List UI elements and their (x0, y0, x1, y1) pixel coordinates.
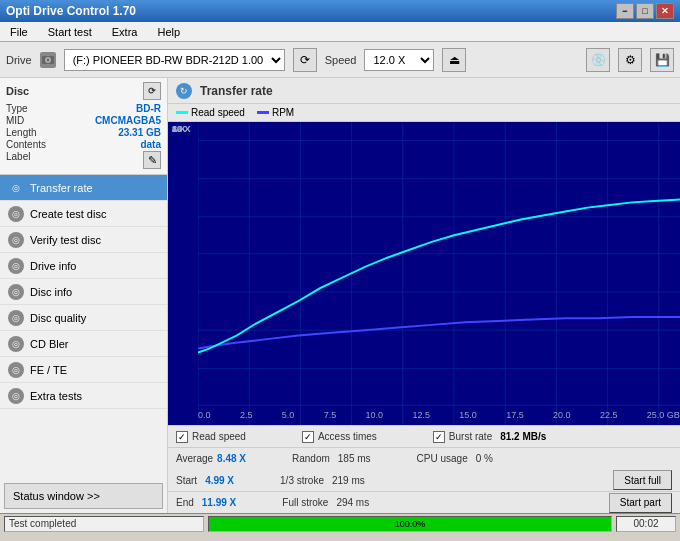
legend-read-speed-color (176, 111, 188, 114)
nav-disc-quality[interactable]: ◎ Disc quality (0, 305, 167, 331)
disc-label-row: Label ✎ (6, 151, 161, 169)
x-label-0: 0.0 (198, 410, 211, 420)
close-button[interactable]: ✕ (656, 3, 674, 19)
titlebar: Opti Drive Control 1.70 − □ ✕ (0, 0, 680, 22)
nav-extra-tests[interactable]: ◎ Extra tests (0, 383, 167, 409)
x-label-17.5: 17.5 (506, 410, 524, 420)
nav-icon-bler: ◎ (8, 336, 24, 352)
chart-header-icon: ↻ (176, 83, 192, 99)
disc-button[interactable]: 💿 (586, 48, 610, 72)
progress-bar-container: 100.0% (208, 516, 612, 532)
menu-extra[interactable]: Extra (106, 24, 144, 40)
drive-icon (40, 52, 56, 68)
menubar: File Start test Extra Help (0, 22, 680, 42)
nav-transfer-rate[interactable]: ◎ Transfer rate (0, 175, 167, 201)
disc-length-row: Length 23.31 GB (6, 127, 161, 138)
nav-icon-fe-te: ◎ (8, 362, 24, 378)
refresh-drive-button[interactable]: ⟳ (293, 48, 317, 72)
nav-icon-verify: ◎ (8, 232, 24, 248)
stats-row-3: End 11.99 X Full stroke 294 ms Start par… (168, 491, 680, 513)
x-label-15: 15.0 (459, 410, 477, 420)
nav-icon-drive: ◎ (8, 258, 24, 274)
sidebar: Disc ⟳ Type BD-R MID CMCMAGBA5 Length 23… (0, 78, 168, 513)
disc-header: Disc ⟳ (6, 82, 161, 100)
speed-label: Speed (325, 54, 357, 66)
svg-point-2 (47, 59, 49, 61)
burst-rate-stat: ✓ Burst rate 81.2 MB/s (433, 431, 547, 443)
speed-select[interactable]: 12.0 X (364, 49, 434, 71)
eject-button[interactable]: ⏏ (442, 48, 466, 72)
x-label-20: 20.0 (553, 410, 571, 420)
disc-contents-row: Contents data (6, 139, 161, 150)
menu-help[interactable]: Help (151, 24, 186, 40)
access-times-stat: ✓ Access times (302, 431, 377, 443)
x-label-10: 10.0 (366, 410, 384, 420)
progress-value: 100.0% (395, 519, 426, 529)
average-stat: Average 8.48 X (176, 453, 246, 464)
legend-read-speed: Read speed (176, 107, 245, 118)
menu-start-test[interactable]: Start test (42, 24, 98, 40)
x-label-2.5: 2.5 (240, 410, 253, 420)
window-title: Opti Drive Control 1.70 (6, 4, 136, 18)
stats-row-1: Average 8.48 X Random 185 ms CPU usage 0… (168, 447, 680, 469)
x-label-7.5: 7.5 (324, 410, 337, 420)
content-area: ↻ Transfer rate Read speed RPM 16 X 14 X… (168, 78, 680, 513)
nav-icon-extra: ◎ (8, 388, 24, 404)
legend-rpm: RPM (257, 107, 294, 118)
start-part-button[interactable]: Start part (609, 493, 672, 513)
stats-bar: ✓ Read speed ✓ Access times ✓ Burst rate… (168, 425, 680, 447)
minimize-button[interactable]: − (616, 3, 634, 19)
nav-icon-disc: ◎ (8, 284, 24, 300)
nav-disc-info[interactable]: ◎ Disc info (0, 279, 167, 305)
cpu-stat: CPU usage 0 % (417, 453, 493, 464)
read-speed-stat-label: Read speed (192, 431, 246, 442)
disc-panel: Disc ⟳ Type BD-R MID CMCMAGBA5 Length 23… (0, 78, 167, 175)
x-axis: 0.0 2.5 5.0 7.5 10.0 12.5 15.0 17.5 20.0… (198, 405, 680, 425)
nav-fe-te[interactable]: ◎ FE / TE (0, 357, 167, 383)
disc-mid-row: MID CMCMAGBA5 (6, 115, 161, 126)
maximize-button[interactable]: □ (636, 3, 654, 19)
chart-header: ↻ Transfer rate (168, 78, 680, 104)
burst-rate-checkbox[interactable]: ✓ (433, 431, 445, 443)
nav-icon-create: ◎ (8, 206, 24, 222)
status-text: Test completed (4, 516, 204, 532)
toolbar: Drive (F:) PIONEER BD-RW BDR-212D 1.00 ⟳… (0, 42, 680, 78)
read-speed-checkbox[interactable]: ✓ (176, 431, 188, 443)
access-times-checkbox[interactable]: ✓ (302, 431, 314, 443)
status-window-button[interactable]: Status window >> (4, 483, 163, 509)
save-button[interactable]: 💾 (650, 48, 674, 72)
burst-rate-value: 81.2 MB/s (500, 431, 546, 442)
chart-area: 16 X 14 X 12 X 10 X 8 X 6 X 4 X 2 X (168, 122, 680, 425)
nav-create-test-disc[interactable]: ◎ Create test disc (0, 201, 167, 227)
statusbar: Test completed 100.0% 00:02 (0, 513, 680, 533)
read-speed-stat: ✓ Read speed (176, 431, 246, 443)
status-time: 00:02 (616, 516, 676, 532)
access-times-stat-label: Access times (318, 431, 377, 442)
end-stat: End 11.99 X (176, 497, 236, 508)
stroke1-stat: 1/3 stroke 219 ms (280, 475, 365, 486)
disc-label-button[interactable]: ✎ (143, 151, 161, 169)
settings-button[interactable]: ⚙ (618, 48, 642, 72)
main: Disc ⟳ Type BD-R MID CMCMAGBA5 Length 23… (0, 78, 680, 513)
nav-drive-info[interactable]: ◎ Drive info (0, 253, 167, 279)
drive-select[interactable]: (F:) PIONEER BD-RW BDR-212D 1.00 (64, 49, 285, 71)
chart-legend: Read speed RPM (168, 104, 680, 122)
stroke2-stat: Full stroke 294 ms (282, 497, 369, 508)
start-stat: Start 4.99 X (176, 475, 234, 486)
chart-svg (198, 122, 680, 425)
legend-rpm-color (257, 111, 269, 114)
random-stat: Random 185 ms (292, 453, 371, 464)
x-label-5: 5.0 (282, 410, 295, 420)
x-label-12.5: 12.5 (412, 410, 430, 420)
stats-row-2: Start 4.99 X 1/3 stroke 219 ms Start ful… (168, 469, 680, 491)
y-label-2: 2 X (172, 124, 186, 134)
nav-verify-test-disc[interactable]: ◎ Verify test disc (0, 227, 167, 253)
nav: ◎ Transfer rate ◎ Create test disc ◎ Ver… (0, 175, 167, 479)
start-full-button[interactable]: Start full (613, 470, 672, 490)
menu-file[interactable]: File (4, 24, 34, 40)
nav-cd-bler[interactable]: ◎ CD Bler (0, 331, 167, 357)
x-label-22.5: 22.5 (600, 410, 618, 420)
disc-refresh-button[interactable]: ⟳ (143, 82, 161, 100)
progress-bar: 100.0% (209, 517, 611, 531)
chart-title: Transfer rate (200, 84, 273, 98)
